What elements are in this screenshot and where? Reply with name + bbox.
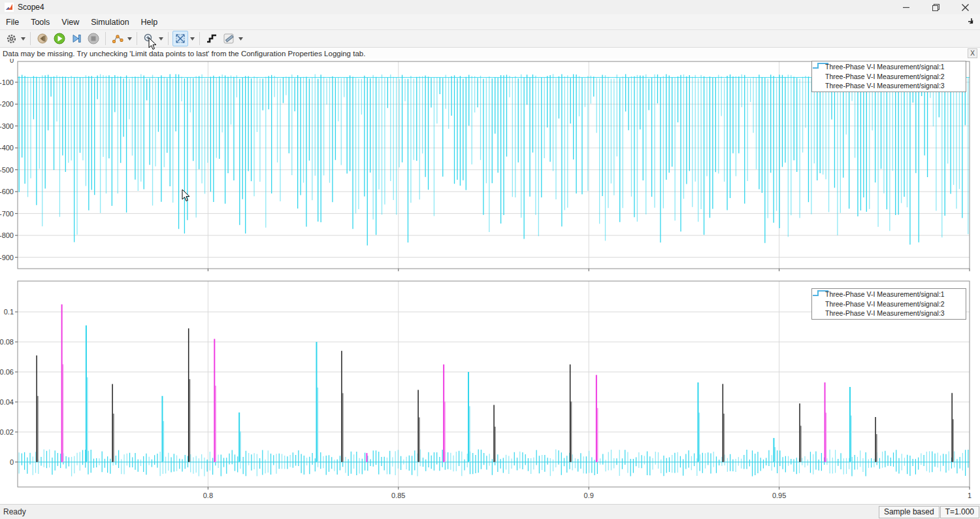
zoom-button[interactable] [141,31,157,46]
menu-item-tools[interactable]: Tools [25,15,56,29]
stop-icon [88,33,99,44]
svg-text:-900: -900 [0,254,14,261]
menu-item-view[interactable]: View [56,15,85,29]
play-icon [54,33,65,44]
fit-to-view-icon [174,33,186,44]
legend-label: Three-Phase V-I Measurement/signal:3 [825,309,945,317]
config-dropdown[interactable] [20,31,26,46]
toolbar-separator [168,32,169,45]
style-dropdown[interactable] [126,31,133,46]
warning-close-button[interactable]: X [968,48,977,58]
chevron-down-icon [159,37,163,41]
close-button[interactable] [951,0,980,14]
legend-entry: Three-Phase V-I Measurement/signal:3 [816,309,963,318]
restore-button[interactable] [921,0,951,14]
zoom-dropdown[interactable] [157,31,164,46]
svg-text:-600: -600 [0,188,14,195]
svg-text:0.95: 0.95 [772,492,786,499]
window-title: Scope4 [18,3,44,12]
chevron-down-icon [21,37,25,41]
plot-area[interactable]: 0-100-200-300-400-500-600-700-800-90000.… [0,59,980,504]
svg-text:0.04: 0.04 [0,398,14,406]
title-bar: Scope4 [0,0,980,14]
highlight-simulink-block-button[interactable] [204,31,220,46]
toolbar-separator [30,32,31,45]
svg-text:-800: -800 [0,231,14,239]
trigger-button[interactable] [221,31,237,46]
menu-item-file[interactable]: File [0,15,25,29]
step-back-button[interactable] [35,31,50,46]
sample-mode-indicator: Sample based [879,506,939,518]
scope-window: Scope4 FileToolsViewSimulationHelp [0,0,980,519]
toolbar [0,30,980,48]
simulink-stairs-icon [206,33,218,44]
matlab-app-icon [5,3,14,12]
step-forward-button[interactable] [69,31,84,46]
legend-top-plot[interactable]: Three-Phase V-I Measurement/signal:1Thre… [811,61,966,92]
chevron-down-icon [127,37,132,41]
svg-text:0.85: 0.85 [391,492,405,499]
svg-text:0.02: 0.02 [0,428,14,436]
svg-text:-700: -700 [0,210,14,218]
minimize-button[interactable] [892,0,921,14]
legend-entry: Three-Phase V-I Measurement/signal:1 [816,290,963,299]
toolbar-separator [137,32,137,45]
gear-icon [6,33,17,44]
status-bar: Ready Sample based T=1.000 [0,504,980,519]
legend-entry: Three-Phase V-I Measurement/signal:2 [816,299,963,309]
svg-text:0: 0 [10,59,14,64]
menu-bar: FileToolsViewSimulationHelp [0,14,980,30]
stop-button[interactable] [86,31,101,46]
svg-text:0.1: 0.1 [4,308,14,316]
svg-text:-200: -200 [0,100,14,108]
legend-step-line-icon [812,289,829,297]
fit-to-view-button[interactable] [172,31,188,46]
toolbar-separator [199,32,200,45]
svg-text:0.9: 0.9 [584,492,594,499]
scope-plots: 0-100-200-300-400-500-600-700-800-90000.… [0,59,980,504]
close-icon [962,4,969,11]
svg-text:-100: -100 [0,78,14,86]
svg-text:0.08: 0.08 [0,338,14,346]
svg-text:1: 1 [968,492,972,499]
minimize-icon [903,4,910,11]
pen-icon [223,33,235,44]
toolbar-separator [105,32,106,45]
legend-bottom-plot[interactable]: Three-Phase V-I Measurement/signal:1Thre… [811,288,966,320]
warning-bar: Data may be missing. Try unchecking 'Lim… [0,48,980,59]
svg-text:-300: -300 [0,122,14,130]
chevron-down-icon [190,37,195,41]
magnifier-icon [143,33,155,44]
legend-label: Three-Phase V-I Measurement/signal:1 [825,63,945,71]
legend-entry: Three-Phase V-I Measurement/signal:3 [816,81,963,91]
trigger-dropdown[interactable] [237,31,244,46]
svg-text:-500: -500 [0,166,14,174]
legend-entry: Three-Phase V-I Measurement/signal:2 [816,72,963,82]
style-signals-button[interactable] [110,31,125,46]
step-back-icon [37,33,48,44]
status-text: Ready [3,507,879,516]
legend-label: Three-Phase V-I Measurement/signal:2 [825,300,945,308]
restore-icon [932,4,939,11]
legend-label: Three-Phase V-I Measurement/signal:1 [825,290,945,298]
svg-text:0.8: 0.8 [203,492,213,499]
legend-entry: Three-Phase V-I Measurement/signal:1 [816,62,963,72]
signal-style-icon [112,33,123,44]
legend-label: Three-Phase V-I Measurement/signal:2 [825,73,945,80]
sim-time-indicator: T=1.000 [940,506,979,518]
legend-step-line-icon [812,61,829,69]
legend-label: Three-Phase V-I Measurement/signal:3 [825,82,945,90]
warning-text: Data may be missing. Try unchecking 'Lim… [3,50,365,58]
config-properties-button[interactable] [3,31,19,46]
svg-text:0: 0 [10,458,14,466]
menu-item-simulation[interactable]: Simulation [85,15,135,29]
svg-text:0.06: 0.06 [0,368,14,376]
chevron-down-icon [238,37,243,41]
menu-item-help[interactable]: Help [135,15,164,29]
run-button[interactable] [52,31,67,46]
step-forward-icon [71,33,82,44]
dock-icon[interactable] [966,17,976,27]
fit-dropdown[interactable] [189,31,195,46]
svg-text:-400: -400 [0,144,14,152]
